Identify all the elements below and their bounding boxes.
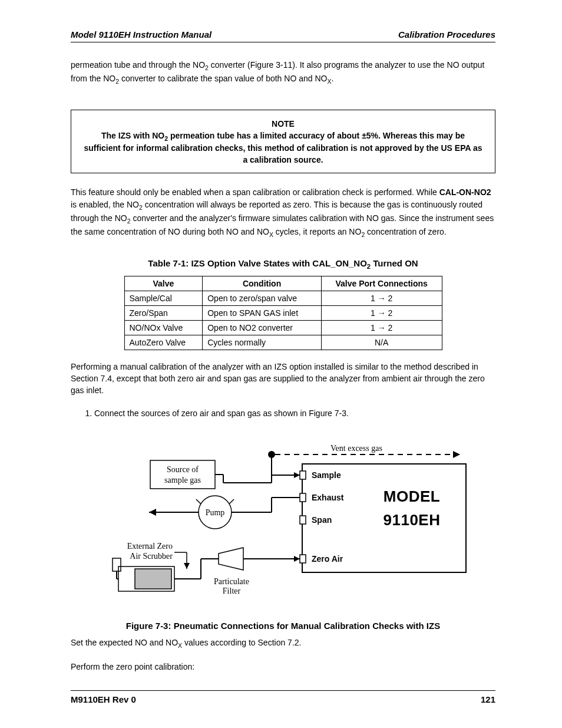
th-valve: Valve (124, 276, 203, 291)
svg-marker-8 (453, 451, 460, 458)
table-row: Zero/Span Open to SPAN GAS inlet 1 → 2 (124, 305, 442, 320)
perform-paragraph: Performing a manual calibration of the a… (71, 361, 495, 397)
svg-rect-25 (113, 558, 121, 571)
note-box: NOTE The IZS with NO2 permeation tube ha… (71, 110, 495, 173)
svg-rect-2 (300, 493, 306, 502)
source-label-2: sample gas (164, 476, 201, 485)
footer-right: 121 (481, 694, 495, 704)
page-header: Model 9110EH Instruction Manual Calibrat… (71, 29, 495, 42)
note-title: NOTE (82, 118, 484, 130)
valve-state-table: Valve Condition Valve Port Connections S… (124, 276, 442, 350)
footer-left: M9110EH Rev 0 (71, 694, 136, 704)
step-1: Connect the sources of zero air and span… (94, 407, 495, 419)
svg-marker-14 (294, 472, 300, 478)
svg-marker-22 (294, 556, 300, 562)
scrubber-label-1: External Zero (127, 542, 172, 551)
port-zeroair: Zero Air (312, 554, 343, 564)
port-exhaust: Exhaust (312, 493, 344, 502)
steps-list: Connect the sources of zero air and span… (82, 407, 495, 426)
page-footer: M9110EH Rev 0 121 (71, 690, 495, 704)
note-body: The IZS with NO2 permeation tube has a l… (84, 131, 482, 164)
th-condition: Condition (203, 276, 322, 291)
perform-zero-paragraph: Perform the zero point calibration: (71, 661, 495, 673)
scrubber-label-2: Air Scrubber (130, 552, 173, 561)
intro-paragraph: permeation tube and through the NO2 conv… (71, 59, 495, 86)
table-header-row: Valve Condition Valve Port Connections (124, 276, 442, 291)
svg-rect-3 (300, 516, 306, 524)
partfilt-label-1: Particulate (214, 577, 249, 586)
header-right: Calibration Procedures (398, 29, 495, 39)
figure-7-3: MODEL 9110EH Sample Exhaust Span Zero Ai… (95, 443, 472, 608)
table-caption: Table 7-1: IZS Option Valve States with … (71, 258, 495, 270)
svg-rect-1 (300, 471, 306, 479)
table-row: Sample/Cal Open to zero/span valve 1 → 2 (124, 291, 442, 305)
th-connections: Valve Port Connections (321, 276, 442, 291)
partfilt-label-2: Filter (222, 587, 240, 595)
pump-label: Pump (205, 508, 224, 517)
svg-marker-33 (184, 563, 190, 569)
svg-marker-17 (149, 509, 156, 516)
svg-rect-4 (300, 555, 306, 563)
set-expected-paragraph: Set the expected NO and NOX values accor… (71, 637, 495, 650)
figure-caption: Figure 7-3: Pneumatic Connections for Ma… (71, 621, 495, 631)
vent-label: Vent excess gas (330, 444, 382, 453)
model-label-1: MODEL (383, 487, 439, 505)
table-row: AutoZero Valve Cycles normally N/A (124, 335, 442, 350)
model-label-2: 9110EH (383, 511, 440, 529)
source-label-1: Source of (166, 465, 198, 474)
table-row: NO/NOx Valve Open to NO2 converter 1 → 2 (124, 320, 442, 335)
svg-rect-24 (135, 569, 171, 589)
port-span: Span (312, 515, 332, 525)
port-sample: Sample (312, 470, 341, 480)
feature-paragraph: This feature should only be enabled when… (71, 186, 495, 239)
header-left: Model 9110EH Instruction Manual (71, 29, 211, 39)
